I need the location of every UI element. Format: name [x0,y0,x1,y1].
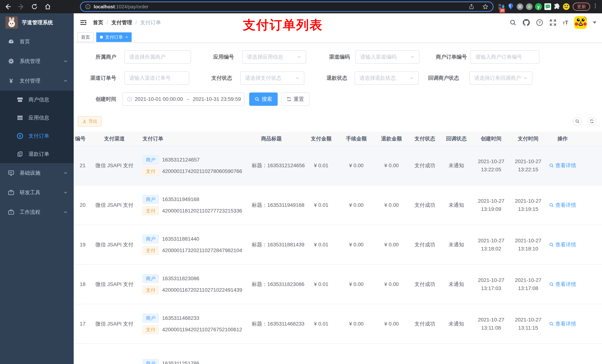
callback-status-select[interactable]: 请选择订单回调商户状态 [469,71,532,85]
cell-create-time: 2021-10-2713:22:05 [472,146,510,185]
app-select[interactable]: 请选择应用信息 [242,50,306,64]
cell-action: 查看详情 [546,304,602,344]
tab-home[interactable]: 首页 [77,32,94,42]
extension-command-icon[interactable]: ⌘ [516,3,524,10]
tab-pay-order[interactable]: 支付订单 × [96,32,132,42]
sidebar-item-system[interactable]: 系统管理 [0,52,74,71]
channel-order-no-input[interactable] [124,71,189,85]
bookmark-star-icon[interactable] [483,4,488,10]
extension-y-icon[interactable]: y [535,3,542,10]
dashboard-icon [8,38,14,45]
cell-channel: 微信 JSAPI 支付 [90,304,139,344]
view-detail-link[interactable]: 查看详情 [549,281,576,288]
extension-record-icon[interactable] [526,3,533,10]
browser-update-button[interactable]: 更新 [573,3,590,11]
merchant-select[interactable] [124,50,191,64]
avatar[interactable] [574,16,587,29]
app-logo: 芋道管理系统 [0,13,74,32]
breadcrumb-pay-manage[interactable]: 支付管理 [111,19,132,26]
extension-kanban-icon[interactable]: 10 [498,3,505,10]
view-detail-link[interactable]: 查看详情 [549,202,576,209]
create-time-range-picker[interactable]: 2021-10-01 00:00:00 - 2021-10-31 23:59:5… [122,93,244,106]
header-pay-time: 支付时间 [510,132,546,146]
help-icon[interactable]: ? [536,19,543,26]
browser-home-button[interactable] [44,3,52,11]
table-row: 17 微信 JSAPI 支付 商户 1635311468233 支付 42000… [74,304,602,344]
extension-puzzle-icon[interactable] [553,3,560,10]
sidebar-item-pay-order[interactable]: ¥ 支付订单 [0,127,74,145]
sidebar-collapse-icon[interactable] [79,19,87,27]
pay-order-no: 4200001167202110271022491439 [162,287,242,293]
date-range-separator: - [187,96,189,102]
fullscreen-icon[interactable] [549,19,557,26]
toggle-search-button[interactable] [573,117,582,125]
app-title: 芋道管理系统 [22,19,53,26]
cell-pay-time [510,344,546,364]
cell-order: 商户 1635312124657 支付 42000011742021102780… [139,146,250,185]
address-bar[interactable]: localhost:1024/pay/order [80,1,494,12]
pay-tag: 支付 [142,286,159,294]
header-id: 编号 [74,132,90,146]
sidebar-item-home[interactable]: 首页 [0,32,74,52]
reset-button[interactable]: 重置 [281,93,310,106]
breadcrumb: 首页 / 支付管理 / 支付订单 [93,19,161,26]
breadcrumb-home[interactable]: 首页 [93,19,103,26]
browser-forward-button[interactable] [17,3,25,11]
site-info-icon[interactable] [85,4,91,10]
extension-balloon-icon[interactable] [507,3,514,10]
merchant-order-no: 1635311881440 [162,236,199,242]
sidebar-item-pay[interactable]: ¥ 支付管理 [0,71,74,91]
refund-status-select[interactable]: 请选择退款状态 [355,71,419,85]
close-tab-icon[interactable]: × [126,35,128,40]
search-icon [549,242,554,247]
merchant-order-no-input[interactable] [471,50,539,64]
cell-pay-amount: ¥ 0.01 [304,304,339,344]
refund-status-filter-label: 退款状态 [327,74,347,82]
yen-icon: ¥ [8,77,14,84]
refresh-table-button[interactable] [588,117,596,125]
search-button[interactable]: 搜索 [249,93,278,106]
document-copy-icon [17,151,23,157]
browser-reload-button[interactable] [30,3,39,11]
sidebar-item-app-info[interactable]: 应用信息 [0,109,74,127]
sidebar-item-merchant-info[interactable]: 商户信息 [0,91,74,109]
browser-menu-icon[interactable] [592,3,598,10]
extension-emoji-icon[interactable] [563,3,570,10]
cell-action: 查看详情 [546,344,602,364]
svg-text:¥: ¥ [19,134,21,138]
store-icon [17,96,23,103]
sidebar-item-infra[interactable]: 基础设施 [0,163,74,183]
extension-chat-icon[interactable] [544,3,551,10]
table-row: 19 微信 JSAPI 支付 商户 1635311881440 支付 42000… [74,225,602,264]
pay-submenu: 商户信息 应用信息 ¥ 支付订单 [0,91,74,163]
header-pay-status: 支付状态 [409,132,441,146]
sidebar-item-refund-order[interactable]: 退款订单 [0,145,74,163]
browser-back-button[interactable] [4,3,12,11]
toolbox-icon [8,189,14,196]
share-icon[interactable] [469,4,474,10]
sidebar-item-dev-tools[interactable]: 研发工具 [0,183,74,202]
chevron-down-icon [410,55,415,59]
search-icon[interactable] [509,19,517,26]
search-icon [549,322,554,326]
url-text: localhost:1024/pay/order [94,4,149,10]
sidebar-item-workflow[interactable]: 工作流程 [0,202,74,222]
font-size-icon[interactable]: TT [563,20,568,26]
export-button[interactable]: 导出 [78,116,102,126]
cell-fee-amount: ¥ 0.00 [339,225,374,264]
pay-status-select[interactable]: 请选择支付状态 [240,71,304,85]
refresh-icon [590,119,594,124]
view-detail-link[interactable]: 查看详情 [549,320,576,327]
header-pay-amount: 支付金额 [304,132,339,146]
view-detail-link[interactable]: 查看详情 [549,162,576,169]
cell-pay-status: 支付成功 [409,304,441,344]
active-tab-dot [100,36,103,39]
gear-icon [8,58,14,64]
github-icon[interactable] [523,19,530,26]
pay-order-icon: ¥ [17,133,23,139]
view-detail-link[interactable]: 查看详情 [549,241,576,248]
avatar-menu-caret-icon[interactable] [593,21,596,24]
channel-code-select[interactable]: 请输入渠道编码 [355,50,419,64]
cell-action: 查看详情 [546,146,602,185]
header-fee-amount: 手续金额 [339,132,374,146]
